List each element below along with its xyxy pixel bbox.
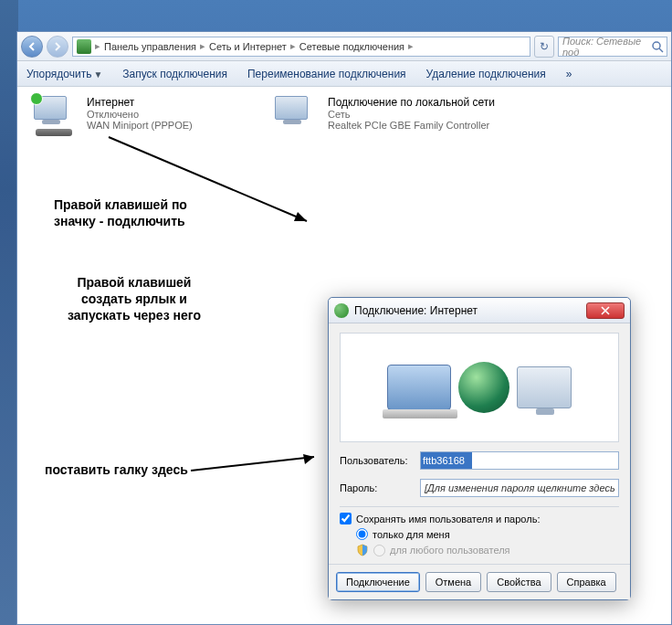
search-icon <box>651 40 664 53</box>
svg-marker-3 <box>294 212 307 221</box>
nav-bar: ▸ Панель управления ▸ Сеть и Интернет ▸ … <box>17 32 671 61</box>
cancel-button[interactable]: Отмена <box>425 572 481 592</box>
annotation-check-here: поставить галку здесь <box>45 461 188 478</box>
save-credentials-checkbox[interactable] <box>340 513 352 524</box>
toolbar-start-connection[interactable]: Запуск подключения <box>122 68 227 80</box>
search-input[interactable]: Поиск: Сетевые под <box>558 37 667 57</box>
connection-status: Отключено <box>87 109 193 120</box>
username-input[interactable] <box>420 451 619 470</box>
forward-button[interactable] <box>47 36 68 58</box>
toolbar-organize[interactable]: Упорядочить▼ <box>26 68 102 80</box>
connection-item-lan[interactable]: Подключение по локальной сети Сеть Realt… <box>275 96 495 132</box>
globe-icon <box>334 303 349 318</box>
connection-title: Интернет <box>87 96 193 109</box>
dialog-titlebar[interactable]: Подключение: Интернет <box>329 298 630 323</box>
password-label: Пароль: <box>340 482 413 493</box>
radio-only-me-label: только для меня <box>373 529 450 540</box>
globe-icon <box>458 362 509 413</box>
help-button[interactable]: Справка <box>557 572 616 592</box>
close-button[interactable] <box>586 302 625 319</box>
toolbar-delete-connection[interactable]: Удаление подключения <box>426 68 546 80</box>
connection-illustration <box>340 333 619 442</box>
connection-device: WAN Miniport (PPPOE) <box>87 120 193 131</box>
annotation-create-shortcut: Правой клавишей создать ярлык и запускат… <box>68 274 201 324</box>
svg-marker-5 <box>303 454 314 464</box>
connection-item-internet[interactable]: Интернет Отключено WAN Miniport (PPPOE) <box>34 96 193 132</box>
properties-button[interactable]: Свойства <box>487 572 551 592</box>
network-icon <box>77 39 91 54</box>
breadcrumb-seg[interactable]: Сеть и Интернет <box>209 41 287 52</box>
svg-line-1 <box>659 48 663 52</box>
connection-icon <box>275 96 319 132</box>
breadcrumb[interactable]: ▸ Панель управления ▸ Сеть и Интернет ▸ … <box>72 37 530 57</box>
password-input[interactable] <box>420 479 619 497</box>
status-ok-icon <box>30 92 43 105</box>
connection-icon <box>34 96 78 132</box>
svg-line-4 <box>191 457 314 471</box>
connect-dialog: Подключение: Интернет Пользователь: /* r… <box>328 297 631 600</box>
dialog-button-row: Подключение Отмена Свойства Справка <box>329 564 630 599</box>
breadcrumb-seg[interactable]: Сетевые подключения <box>299 41 404 52</box>
monitor-icon <box>517 366 572 408</box>
laptop-icon <box>387 365 451 410</box>
search-placeholder: Поиск: Сетевые под <box>562 36 650 58</box>
refresh-button[interactable]: ↻ <box>534 36 554 58</box>
toolbar: Упорядочить▼ Запуск подключения Переимен… <box>17 61 671 87</box>
content-area: Интернет Отключено WAN Miniport (PPPOE) … <box>17 87 671 624</box>
svg-line-2 <box>109 137 307 221</box>
radio-any-user <box>373 545 385 556</box>
connection-status: Сеть <box>328 109 495 120</box>
toolbar-more[interactable]: » <box>566 68 572 80</box>
save-credentials-label: Сохранять имя пользователя и пароль: <box>356 514 540 524</box>
username-label: Пользователь: <box>340 455 413 466</box>
svg-point-0 <box>653 42 660 49</box>
connect-button[interactable]: Подключение <box>336 572 420 592</box>
arrow-icon <box>191 452 328 483</box>
back-button[interactable] <box>21 36 43 58</box>
breadcrumb-seg[interactable]: Панель управления <box>104 41 196 52</box>
toolbar-rename-connection[interactable]: Переименование подключения <box>247 68 406 80</box>
arrow-icon <box>100 137 328 237</box>
network-connections-window: ▸ Панель управления ▸ Сеть и Интернет ▸ … <box>16 31 672 625</box>
dialog-title: Подключение: Интернет <box>354 304 478 317</box>
connection-device: Realtek PCIe GBE Family Controller <box>328 120 495 131</box>
radio-any-user-label: для любого пользователя <box>390 545 510 556</box>
connection-title: Подключение по локальной сети <box>328 96 495 109</box>
radio-only-me[interactable] <box>356 528 368 540</box>
shield-icon <box>356 544 369 556</box>
